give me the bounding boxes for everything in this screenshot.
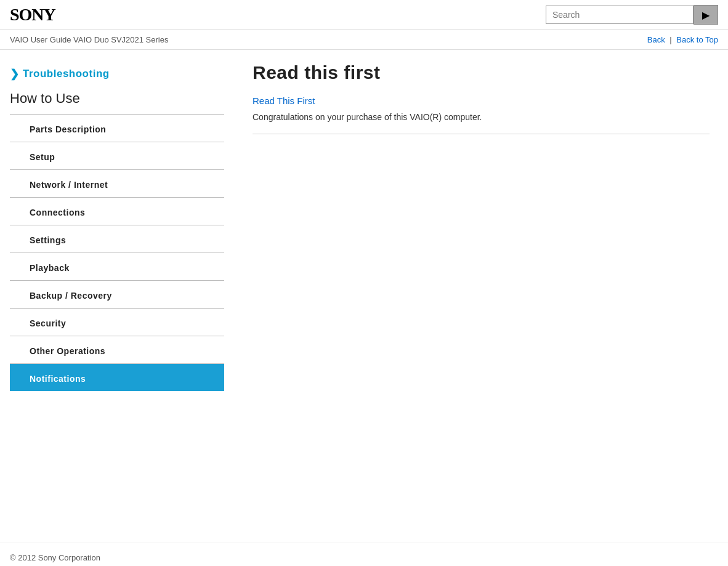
guide-title: VAIO User Guide VAIO Duo SVJ2021 Series — [10, 35, 168, 44]
sidebar-item-playback[interactable]: Playback — [10, 253, 224, 280]
article-link[interactable]: Read This First — [253, 95, 710, 106]
sony-logo: SONY — [10, 5, 55, 25]
troubleshooting-header: ❯ Troubleshooting — [0, 62, 234, 91]
search-button[interactable]: ▶ — [694, 5, 718, 25]
main-layout: ❯ Troubleshooting How to Use Parts Descr… — [0, 50, 728, 543]
sidebar-item-setup[interactable]: Setup — [10, 142, 224, 169]
nav-links: Back | Back to Top — [647, 35, 718, 44]
sidebar-item-notifications[interactable]: Notifications — [10, 364, 224, 391]
how-to-use-section: How to Use Parts Description Setup Netwo… — [0, 91, 234, 391]
sidebar-item-parts-description[interactable]: Parts Description — [10, 115, 224, 142]
content-divider — [253, 134, 710, 134]
nav-separator: | — [669, 35, 671, 44]
content-area: Read this first Read This First Congratu… — [234, 50, 728, 543]
breadcrumb-bar: VAIO User Guide VAIO Duo SVJ2021 Series … — [0, 30, 728, 50]
chevron-right-icon: ❯ — [10, 67, 19, 81]
sidebar-item-connections[interactable]: Connections — [10, 198, 224, 225]
header: SONY ▶ — [0, 0, 728, 30]
troubleshooting-title[interactable]: Troubleshooting — [23, 68, 110, 80]
search-input[interactable] — [546, 6, 694, 24]
search-icon: ▶ — [702, 9, 710, 21]
sidebar-item-backup-recovery[interactable]: Backup / Recovery — [10, 281, 224, 308]
search-area: ▶ — [546, 5, 718, 25]
back-link[interactable]: Back — [647, 35, 665, 44]
footer: © 2012 Sony Corporation — [0, 543, 728, 566]
sidebar-item-security[interactable]: Security — [10, 309, 224, 336]
sidebar: ❯ Troubleshooting How to Use Parts Descr… — [0, 50, 234, 543]
back-to-top-link[interactable]: Back to Top — [676, 35, 718, 44]
sidebar-item-network-internet[interactable]: Network / Internet — [10, 170, 224, 197]
copyright-text: © 2012 Sony Corporation — [10, 553, 100, 562]
sidebar-item-other-operations[interactable]: Other Operations — [10, 336, 224, 363]
article-description: Congratulations on your purchase of this… — [253, 111, 710, 124]
page-title: Read this first — [253, 62, 710, 83]
sidebar-item-settings[interactable]: Settings — [10, 225, 224, 253]
how-to-use-label: How to Use — [10, 91, 224, 109]
